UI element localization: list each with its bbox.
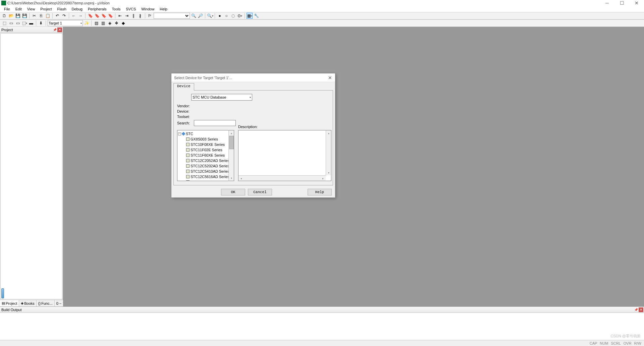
tree-item[interactable]: STC12C5202AD Series [178, 163, 233, 169]
target-combo[interactable]: Target 1 ▾ [48, 20, 83, 26]
menu-peripherals[interactable]: Peripherals [85, 6, 109, 12]
tree-scrollbar[interactable]: ▴ ▾ [228, 130, 234, 181]
database-combo[interactable]: STC MCU Database ▾ [191, 94, 252, 101]
file-ext-icon[interactable]: ▤ [93, 20, 99, 26]
pin-icon[interactable]: 📌 [53, 28, 57, 32]
select-pack-icon[interactable]: ◆ [120, 20, 126, 26]
comment-icon[interactable]: ∥ [130, 13, 137, 19]
panel-close-icon[interactable]: ✕ [57, 27, 62, 32]
device-tree[interactable]: − STC GX8S003 Series STC10F08XE Series S… [177, 130, 234, 181]
window-tile-icon[interactable]: ▦▾ [247, 13, 253, 19]
options-target-icon[interactable]: ✨ [84, 20, 90, 26]
close-window-button[interactable]: ✕ [629, 0, 644, 6]
collapse-icon[interactable]: − [178, 132, 181, 135]
scroll-thumb[interactable] [229, 136, 234, 149]
tree-root[interactable]: − STC [178, 131, 233, 136]
menu-view[interactable]: View [24, 6, 38, 12]
tree-item[interactable]: STC11F02E Series [178, 147, 233, 153]
manage-pack-icon[interactable]: ❖ [113, 20, 119, 26]
rebuild-icon[interactable]: ▭ [15, 20, 21, 26]
tab-device[interactable]: Device [173, 83, 194, 91]
bookmark-clear-icon[interactable]: 🔖 [107, 13, 113, 19]
ok-button[interactable]: OK [221, 189, 245, 195]
scroll-down-icon[interactable]: ▾ [326, 170, 331, 175]
paste-icon[interactable]: 📋 [45, 13, 51, 19]
menu-window[interactable]: Window [139, 6, 157, 12]
indent-right-icon[interactable]: ⇥ [124, 13, 130, 19]
dialog-titlebar[interactable]: Select Device for Target 'Target 1'... ✕ [171, 73, 335, 82]
menu-edit[interactable]: Edit [13, 6, 24, 12]
scroll-down-icon[interactable]: ▾ [229, 175, 234, 181]
debug-icon[interactable]: 🔍▾ [207, 13, 213, 19]
open-file-icon[interactable]: 📂 [8, 13, 14, 19]
manage-books-icon[interactable]: ▥ [100, 20, 106, 26]
desc-scrollbar-v[interactable]: ▴ ▾ [326, 130, 331, 175]
scroll-right-icon[interactable]: ▸ [320, 176, 326, 181]
save-all-icon[interactable]: 💾 [21, 13, 28, 19]
menu-debug[interactable]: Debug [69, 6, 85, 12]
batch-build-icon[interactable]: ⬚▾ [21, 20, 28, 26]
tab-books[interactable]: ◈Books [19, 300, 37, 306]
menu-project[interactable]: Project [38, 6, 54, 12]
tree-item[interactable]: STC12C5616AD Series [178, 174, 233, 179]
undo-icon[interactable]: ↶ [54, 13, 60, 19]
configure-icon[interactable]: 🔧 [253, 13, 259, 19]
incremental-find-icon[interactable]: 🔎 [197, 13, 203, 19]
search-input[interactable] [194, 120, 236, 126]
menu-flash[interactable]: Flash [55, 6, 69, 12]
menu-tools[interactable]: Tools [109, 6, 123, 12]
find-combo[interactable] [154, 13, 190, 19]
tab-project[interactable]: ▤Project [0, 300, 19, 306]
save-icon[interactable]: 💾 [15, 13, 21, 19]
find-icon[interactable]: 🏳 [147, 13, 153, 19]
breakpoint-icon[interactable]: ● [217, 13, 223, 19]
tree-item[interactable]: STC10F08XE Series [178, 142, 233, 147]
pin-icon[interactable]: 📌 [634, 308, 638, 311]
find-in-files-icon[interactable]: 🔍 [191, 13, 197, 19]
translate-icon[interactable]: ⬚ [1, 20, 7, 26]
uncomment-icon[interactable]: ∦ [137, 13, 143, 19]
nav-back-icon[interactable]: ← [71, 13, 77, 19]
tree-item[interactable]: STC11F60XE Series [178, 153, 233, 158]
panel-close-icon[interactable]: ✕ [639, 307, 643, 312]
scroll-up-icon[interactable]: ▴ [229, 130, 234, 136]
stop-build-icon[interactable]: ▬ [28, 20, 34, 26]
scroll-left-icon[interactable]: ◂ [238, 176, 244, 181]
menu-file[interactable]: File [1, 6, 13, 12]
nav-forward-icon[interactable]: → [77, 13, 84, 19]
maximize-button[interactable]: ☐ [614, 0, 629, 6]
build-output-header[interactable]: Build Output 📌 ✕ [0, 307, 644, 313]
build-icon[interactable]: ▭ [8, 20, 14, 26]
cancel-button[interactable]: Cancel [248, 189, 272, 195]
redo-icon[interactable]: ↷ [61, 13, 67, 19]
bookmark-next-icon[interactable]: 🔖 [101, 13, 107, 19]
desc-scrollbar-h[interactable]: ◂ ▸ [238, 175, 326, 181]
scroll-up-icon[interactable]: ▴ [326, 130, 331, 136]
copy-icon[interactable]: ⎘ [38, 13, 44, 19]
bookmark-icon[interactable]: 🔖 [87, 13, 93, 19]
breakpoint-kill-icon[interactable]: ◌ [230, 13, 236, 19]
menu-svcs[interactable]: SVCS [123, 6, 139, 12]
tree-item[interactable]: GX8S003 Series [178, 136, 233, 142]
tree-item[interactable]: STC12C5410AD Series [178, 169, 233, 174]
status-num: NUM [600, 341, 608, 345]
bookmark-prev-icon[interactable]: 🔖 [94, 13, 100, 19]
help-button[interactable]: Help [308, 189, 332, 195]
project-panel-header[interactable]: Project 📌 ✕ [0, 27, 63, 33]
breakpoint-list-icon[interactable]: ⊙▾ [237, 13, 243, 19]
tree-item[interactable]: STC12C5A60S2 Series [178, 179, 233, 181]
build-output-text[interactable] [0, 313, 644, 340]
project-tree[interactable] [0, 33, 62, 299]
breakpoint-disable-icon[interactable]: ○ [223, 13, 229, 19]
new-file-icon[interactable]: 🗋 [1, 13, 7, 19]
minimize-button[interactable]: ─ [600, 0, 614, 6]
menu-help[interactable]: Help [157, 6, 170, 12]
tab-functions[interactable]: {}Func... [37, 300, 55, 306]
download-icon[interactable]: ⬇ [38, 20, 44, 26]
panel-slider[interactable] [1, 288, 4, 298]
indent-left-icon[interactable]: ⇤ [117, 13, 123, 19]
tree-item[interactable]: STC12C2052AD Series [178, 158, 233, 163]
cut-icon[interactable]: ✂ [31, 13, 37, 19]
dialog-close-icon[interactable]: ✕ [327, 75, 333, 81]
manage-layers-icon[interactable]: ◈ [107, 20, 113, 26]
